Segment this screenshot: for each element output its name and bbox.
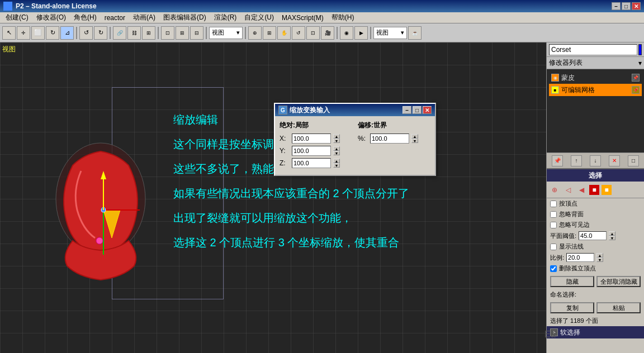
select-edge-icon[interactable]: ◁ bbox=[562, 184, 574, 195]
selection-header: 选择 bbox=[547, 169, 644, 182]
display-normals-checkbox[interactable] bbox=[550, 244, 557, 250]
dialog-min-button[interactable]: – bbox=[402, 106, 411, 114]
z-spinner[interactable]: ▲ ▼ bbox=[333, 159, 340, 168]
zoom-extents-button[interactable]: ⊕ bbox=[248, 26, 262, 40]
scale-spinner[interactable]: ▲ ▼ bbox=[596, 253, 603, 262]
copy-button[interactable]: 复制 bbox=[550, 302, 594, 313]
stack-down-button[interactable]: ↓ bbox=[590, 155, 601, 166]
dialog-title-bar[interactable]: G 缩放变换输入 – □ ✕ bbox=[275, 104, 435, 116]
pct-spin-up[interactable]: ▲ bbox=[411, 134, 418, 139]
scale-spin-down[interactable]: ▼ bbox=[596, 257, 603, 262]
y-spin-up[interactable]: ▲ bbox=[333, 146, 340, 151]
paste-button[interactable]: 粘贴 bbox=[596, 302, 641, 313]
pct-input[interactable] bbox=[370, 133, 409, 144]
array-button[interactable]: ⊞ bbox=[176, 26, 189, 40]
render-scene-button[interactable]: ▶ bbox=[354, 26, 368, 40]
dialog-max-button[interactable]: □ bbox=[413, 106, 422, 114]
object-name-input[interactable] bbox=[549, 44, 637, 55]
x-spin-up[interactable]: ▲ bbox=[333, 134, 340, 139]
min-max-button[interactable]: ⊡ bbox=[306, 26, 320, 40]
z-input[interactable] bbox=[292, 158, 331, 168]
stack-item-editable-mesh[interactable]: ■ 可编辑网格 📌 bbox=[549, 84, 642, 96]
undo-button[interactable]: ↺ bbox=[79, 26, 93, 40]
modifier-list-label: 修改器列表 ▾ bbox=[547, 57, 644, 69]
arc-rotate-button[interactable]: ↺ bbox=[292, 26, 305, 40]
unlink-button[interactable]: ⛓ bbox=[127, 26, 141, 40]
x-spinner[interactable]: ▲ ▼ bbox=[333, 134, 340, 143]
flat-threshold-spinner[interactable]: ▲ ▼ bbox=[609, 231, 615, 240]
flat-spin-down[interactable]: ▼ bbox=[609, 236, 615, 240]
dialog-close-button[interactable]: ✕ bbox=[423, 106, 432, 114]
ignore-visible-checkbox[interactable] bbox=[550, 222, 557, 228]
dialog-absolute-section: 绝对:局部 X: ▲ ▼ Y: ▲ ▼ bbox=[280, 121, 352, 170]
ignore-backface-row: 忽略背面 bbox=[547, 209, 644, 220]
stack-pin-mesh[interactable]: 📌 bbox=[632, 86, 640, 94]
stack-up-button[interactable]: ↑ bbox=[571, 155, 582, 166]
select-vertex-icon[interactable]: ⊕ bbox=[549, 184, 560, 195]
menu-graph-editor[interactable]: 图表编辑器(D) bbox=[160, 12, 210, 23]
select-face-icon[interactable]: ◀ bbox=[576, 184, 587, 195]
stack-item-skin[interactable]: ◉ 蒙皮 📌 bbox=[549, 71, 642, 84]
delete-isolated-checkbox[interactable] bbox=[550, 265, 557, 272]
delete-modifier-button[interactable]: ✕ bbox=[609, 155, 620, 166]
pin-button[interactable]: 📌 bbox=[552, 155, 563, 166]
z-spin-down[interactable]: ▼ bbox=[333, 163, 340, 168]
material-editor-button[interactable]: ◉ bbox=[340, 26, 353, 40]
by-vertex-checkbox[interactable] bbox=[550, 201, 557, 207]
bind-button[interactable]: ⊞ bbox=[142, 26, 155, 40]
zoom-region-button[interactable]: ⊞ bbox=[263, 26, 276, 40]
hide-button[interactable]: 隐藏 bbox=[550, 276, 594, 287]
render-button[interactable]: 🎥 bbox=[321, 26, 334, 40]
view-dropdown-1[interactable]: 视图 ▾ bbox=[209, 27, 243, 39]
menu-character[interactable]: 角色(H) bbox=[70, 12, 100, 23]
select-element-icon[interactable]: ■ bbox=[602, 185, 612, 195]
configure-modifier-button[interactable]: □ bbox=[628, 155, 639, 166]
align-button[interactable]: ⊟ bbox=[190, 26, 203, 40]
redo-button[interactable]: ↻ bbox=[94, 26, 107, 40]
dialog-z-row: Z: ▲ ▼ bbox=[280, 158, 352, 168]
move-tool-button[interactable]: ✛ bbox=[17, 26, 30, 40]
link-button[interactable]: 🔗 bbox=[113, 26, 126, 40]
view-dropdown-2[interactable]: 视图 ▾ bbox=[373, 27, 407, 39]
x-spin-down[interactable]: ▼ bbox=[333, 139, 340, 143]
y-input[interactable] bbox=[292, 146, 331, 156]
select-tool-button[interactable]: ↖ bbox=[2, 26, 16, 40]
scale-tool-button[interactable]: ⊿ bbox=[60, 26, 74, 40]
viewport[interactable]: 视图 缩 bbox=[0, 42, 546, 353]
flat-spin-up[interactable]: ▲ bbox=[609, 231, 615, 236]
menu-maxscript[interactable]: MAXScript(M) bbox=[278, 13, 327, 23]
x-input[interactable] bbox=[292, 133, 331, 144]
menu-animation[interactable]: 动画(A) bbox=[130, 12, 159, 23]
unhide-all-button[interactable]: 全部取消隐藏 bbox=[596, 276, 641, 287]
extra-tool-button[interactable]: ☕ bbox=[408, 26, 422, 40]
menu-customize[interactable]: 自定义(U) bbox=[241, 12, 277, 23]
delete-isolated-row: 删除孤立顶点 bbox=[547, 263, 644, 274]
pct-spin-down[interactable]: ▼ bbox=[411, 139, 418, 143]
region-select-button[interactable]: ⬜ bbox=[31, 26, 45, 40]
object-color-swatch[interactable] bbox=[638, 44, 642, 55]
pan-button[interactable]: ✋ bbox=[277, 26, 291, 40]
name-select-label-row: 命名选择: bbox=[547, 289, 644, 300]
y-spinner[interactable]: ▲ ▼ bbox=[333, 146, 340, 155]
toolbar-separator-2 bbox=[110, 27, 111, 39]
mirror-button[interactable]: ⊡ bbox=[161, 26, 174, 40]
flat-threshold-input[interactable] bbox=[579, 231, 607, 240]
close-button[interactable]: ✕ bbox=[632, 2, 641, 10]
minimize-button[interactable]: – bbox=[612, 2, 621, 10]
stack-pin-skin[interactable]: 📌 bbox=[632, 74, 640, 82]
menu-reactor[interactable]: reactor bbox=[101, 13, 129, 23]
menu-modifier[interactable]: 修改器(O) bbox=[33, 12, 69, 23]
ignore-backface-checkbox[interactable] bbox=[550, 211, 557, 218]
scale-spin-up[interactable]: ▲ bbox=[596, 253, 603, 257]
menu-render[interactable]: 渲染(R) bbox=[211, 12, 240, 23]
modifier-dropdown-arrow[interactable]: ▾ bbox=[638, 59, 642, 67]
select-polygon-icon[interactable]: ■ bbox=[589, 185, 599, 195]
y-spin-down[interactable]: ▼ bbox=[333, 151, 340, 155]
maximize-button[interactable]: □ bbox=[622, 2, 631, 10]
menu-help[interactable]: 帮助(H) bbox=[328, 12, 358, 23]
menu-create[interactable]: 创建(C) bbox=[2, 12, 32, 23]
pct-spinner[interactable]: ▲ ▼ bbox=[411, 134, 418, 143]
z-spin-up[interactable]: ▲ bbox=[333, 159, 340, 163]
scale-input[interactable] bbox=[566, 253, 594, 262]
rotate-tool-button[interactable]: ↻ bbox=[46, 26, 59, 40]
